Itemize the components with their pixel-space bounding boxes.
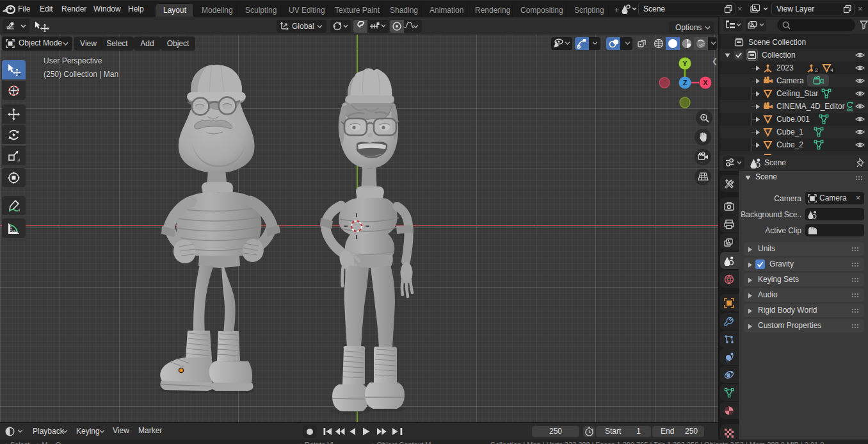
svg-text:Y: Y — [682, 60, 687, 67]
svg-text:X: X — [703, 79, 708, 86]
svg-text:Z: Z — [683, 79, 687, 86]
